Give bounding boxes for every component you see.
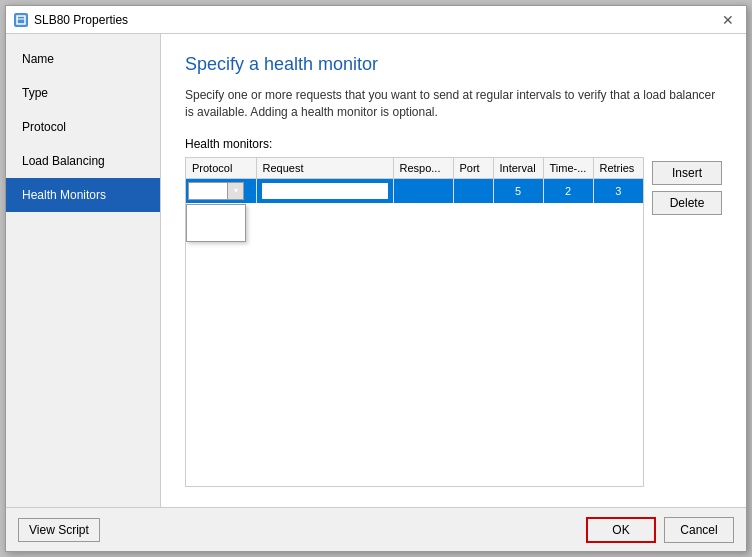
table-row: ▾ Http Tcp — [186, 178, 643, 203]
svg-rect-0 — [17, 16, 25, 24]
insert-button[interactable]: Insert — [652, 161, 722, 185]
request-input[interactable] — [261, 182, 389, 200]
cancel-button[interactable]: Cancel — [664, 517, 734, 543]
footer-right: OK Cancel — [586, 517, 734, 543]
option-tcp[interactable]: Tcp — [187, 223, 245, 241]
window-title: SLB80 Properties — [34, 13, 128, 27]
retries-cell: 3 — [593, 178, 643, 203]
response-cell — [393, 178, 453, 203]
sidebar-item-type[interactable]: Type — [6, 76, 160, 110]
sidebar-item-name[interactable]: Name — [6, 42, 160, 76]
protocol-dropdown-popup: Http Tcp — [186, 204, 246, 242]
sidebar-item-health-monitors[interactable]: Health Monitors — [6, 178, 160, 212]
table-and-buttons: Protocol Request Respo... Port Interval … — [185, 157, 722, 487]
protocol-input[interactable] — [188, 182, 228, 200]
window-icon — [14, 13, 28, 27]
action-buttons: Insert Delete — [644, 157, 722, 487]
request-cell — [256, 178, 393, 203]
interval-cell: 5 — [493, 178, 543, 203]
delete-button[interactable]: Delete — [652, 191, 722, 215]
col-interval: Interval — [493, 158, 543, 179]
sidebar: Name Type Protocol Load Balancing Health… — [6, 34, 161, 507]
sidebar-item-protocol[interactable]: Protocol — [6, 110, 160, 144]
sidebar-item-load-balancing[interactable]: Load Balancing — [6, 144, 160, 178]
col-timeout: Time-... — [543, 158, 593, 179]
page-title: Specify a health monitor — [185, 54, 722, 75]
col-port: Port — [453, 158, 493, 179]
monitors-table: Protocol Request Respo... Port Interval … — [186, 158, 643, 203]
view-script-button[interactable]: View Script — [18, 518, 100, 542]
title-bar: SLB80 Properties ✕ — [6, 6, 746, 34]
option-http[interactable]: Http — [187, 205, 245, 223]
table-header-row: Protocol Request Respo... Port Interval … — [186, 158, 643, 179]
main-window: SLB80 Properties ✕ Name Type Protocol Lo… — [5, 5, 747, 552]
window-body: Name Type Protocol Load Balancing Health… — [6, 34, 746, 507]
section-label: Health monitors: — [185, 137, 722, 151]
col-protocol: Protocol — [186, 158, 256, 179]
timeout-cell: 2 — [543, 178, 593, 203]
monitors-table-wrapper: Protocol Request Respo... Port Interval … — [185, 157, 644, 487]
protocol-dropdown-arrow[interactable]: ▾ — [228, 182, 244, 200]
footer-left: View Script — [18, 518, 100, 542]
title-bar-left: SLB80 Properties — [14, 13, 128, 27]
footer: View Script OK Cancel — [6, 507, 746, 551]
col-response: Respo... — [393, 158, 453, 179]
main-content: Specify a health monitor Specify one or … — [161, 34, 746, 507]
col-retries: Retries — [593, 158, 643, 179]
close-button[interactable]: ✕ — [718, 10, 738, 30]
ok-button[interactable]: OK — [586, 517, 656, 543]
col-request: Request — [256, 158, 393, 179]
port-cell — [453, 178, 493, 203]
protocol-cell: ▾ Http Tcp — [186, 178, 256, 203]
page-description: Specify one or more requests that you wa… — [185, 87, 722, 121]
